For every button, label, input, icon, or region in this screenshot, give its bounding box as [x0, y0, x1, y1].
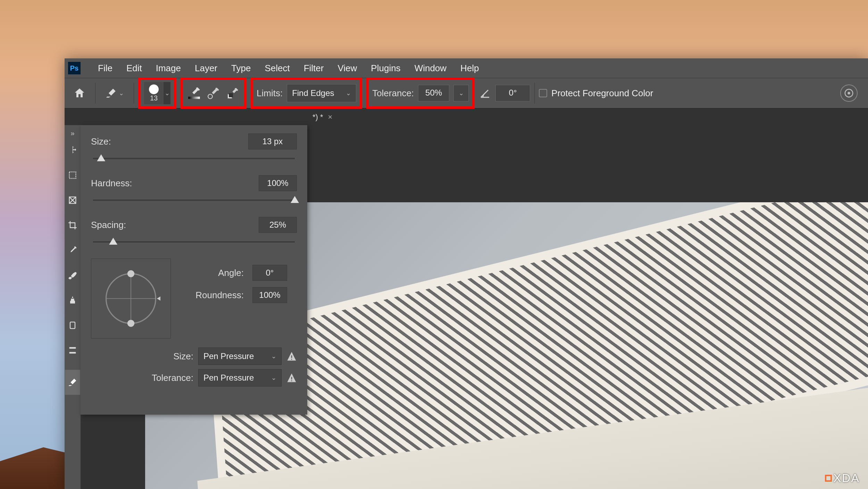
tool-crop[interactable] [65, 213, 80, 238]
limits-label: Limits: [257, 88, 283, 99]
highlight-tolerance: Tolerance: 50% ⌄ [366, 78, 475, 109]
brush-preview-icon [149, 84, 159, 94]
angle-wheel-icon [101, 269, 160, 328]
sampling-swatch-button[interactable] [225, 85, 241, 101]
angle-label: Angle: [181, 268, 244, 278]
tool-brush[interactable] [65, 263, 80, 288]
svg-rect-6 [69, 172, 76, 179]
chevron-down-icon: ⌄ [346, 89, 351, 97]
chevron-down-icon: ⌄ [271, 352, 276, 360]
warning-icon [286, 373, 297, 383]
menu-filter[interactable]: Filter [297, 59, 331, 77]
chevron-down-icon: ⌄ [119, 89, 124, 97]
tolerance-label: Tolerance: [372, 88, 414, 99]
divider [534, 83, 535, 104]
dyn-size-label: Size: [173, 351, 193, 362]
menu-file[interactable]: File [91, 59, 119, 77]
sampling-once-button[interactable] [206, 85, 221, 101]
highlight-brush-preset: 13 ⌄ [138, 78, 176, 109]
hardness-slider[interactable] [93, 195, 295, 209]
watermark: XDA [825, 471, 860, 485]
svg-rect-10 [70, 322, 75, 329]
target-icon [844, 88, 854, 98]
brush-preset-picker[interactable]: 13 ⌄ [144, 82, 170, 104]
size-label: Size: [91, 136, 243, 147]
dyn-size-value: Pen Pressure [203, 351, 254, 361]
angle-icon [479, 87, 491, 99]
highlight-limits: Limits: Find Edges ⌄ [251, 78, 362, 109]
chevron-down-icon: ⌄ [459, 89, 464, 97]
tool-frame[interactable] [65, 188, 80, 213]
tool-background-eraser-active[interactable] [65, 370, 80, 395]
background-eraser-icon [105, 87, 117, 99]
eyedropper-swatch-icon [227, 87, 239, 99]
eyedropper-continuous-icon [187, 86, 201, 100]
home-icon [73, 87, 86, 99]
dyn-size-dropdown[interactable]: Pen Pressure ⌄ [198, 348, 282, 365]
dyn-tolerance-label: Tolerance: [152, 373, 193, 383]
brush-preset-chevron[interactable]: ⌄ [164, 82, 170, 104]
angle-input[interactable]: 0° [495, 85, 530, 101]
menu-help[interactable]: Help [453, 59, 486, 77]
protect-foreground-label: Protect Foreground Color [551, 88, 653, 99]
spacing-slider[interactable] [93, 236, 295, 250]
menu-edit[interactable]: Edit [119, 59, 149, 77]
roundness-input[interactable]: 100% [252, 287, 287, 303]
menu-window[interactable]: Window [408, 59, 453, 77]
spacing-label: Spacing: [91, 220, 253, 230]
angle-value-input[interactable]: 0° [252, 265, 287, 281]
menu-bar: Ps File Edit Image Layer Type Select Fil… [65, 58, 868, 78]
menu-image[interactable]: Image [149, 59, 188, 77]
size-input[interactable]: 13 px [248, 133, 297, 149]
sampling-continuous-button[interactable] [186, 85, 202, 101]
hardness-label: Hardness: [91, 178, 253, 189]
tool-generic-2[interactable] [65, 338, 80, 363]
menu-type[interactable]: Type [224, 59, 258, 77]
dyn-tolerance-value: Pen Pressure [203, 373, 254, 383]
chevron-down-icon: ⌄ [165, 89, 170, 97]
svg-rect-3 [229, 93, 233, 97]
home-button[interactable] [68, 82, 91, 105]
chevron-down-icon: ⌄ [271, 374, 276, 382]
angle-roundness-control[interactable] [91, 259, 171, 339]
document-tab-close[interactable]: × [328, 113, 333, 122]
tool-clone[interactable] [65, 288, 80, 313]
svg-point-14 [127, 270, 134, 277]
tolerance-dropdown[interactable]: ⌄ [453, 85, 469, 101]
tool-divider [65, 395, 80, 420]
watermark-icon [825, 475, 832, 482]
highlight-sampling-options [181, 78, 247, 109]
tool-preset-dropdown[interactable]: ⌄ [100, 83, 130, 104]
limits-dropdown[interactable]: Find Edges ⌄ [287, 84, 356, 102]
brush-size-number: 13 [150, 94, 158, 102]
divider [134, 83, 134, 104]
tool-marquee[interactable] [65, 163, 80, 188]
tolerance-input[interactable]: 50% [418, 85, 449, 101]
menu-select[interactable]: Select [258, 59, 297, 77]
svg-point-1 [208, 94, 212, 99]
size-slider[interactable] [93, 153, 295, 167]
tool-generic[interactable] [65, 313, 80, 338]
pressure-size-button[interactable] [840, 84, 858, 102]
tool-eyedropper[interactable] [65, 238, 80, 263]
menu-view[interactable]: View [331, 59, 364, 77]
spacing-input[interactable]: 25% [259, 217, 297, 233]
dyn-tolerance-dropdown[interactable]: Pen Pressure ⌄ [198, 369, 282, 386]
document-tab[interactable]: *) * × [308, 113, 337, 122]
brush-settings-panel: Size: 13 px Hardness: 100% Spacing: 25% [81, 125, 307, 415]
hardness-input[interactable]: 100% [259, 175, 297, 191]
tool-move-partial[interactable] [65, 138, 80, 163]
svg-rect-0 [188, 97, 200, 99]
options-bar: ⌄ 13 ⌄ [65, 78, 868, 108]
divider [95, 83, 95, 104]
document-tab-label: *) * [312, 113, 323, 122]
svg-point-5 [848, 92, 850, 95]
protect-foreground-checkbox[interactable]: Protect Foreground Color [539, 88, 653, 99]
menu-plugins[interactable]: Plugins [364, 59, 407, 77]
roundness-label: Roundness: [181, 290, 244, 301]
limits-value: Find Edges [292, 88, 334, 98]
menu-layer[interactable]: Layer [188, 59, 224, 77]
toolbox-expand[interactable]: » [65, 129, 80, 138]
toolbox: » [65, 125, 81, 489]
photoshop-logo-icon: Ps [68, 62, 81, 74]
